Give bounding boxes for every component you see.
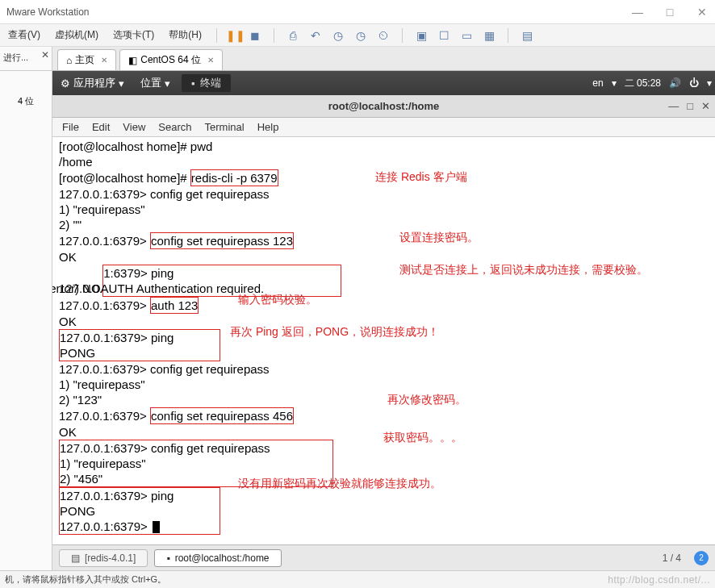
term-line: [root@localhost home]# pwd bbox=[59, 139, 709, 154]
annotation: 设置连接密码。 bbox=[399, 230, 479, 245]
term-close-icon[interactable]: ✕ bbox=[701, 100, 710, 112]
terminal-title: root@localhost:/home bbox=[328, 100, 440, 112]
chevron-down-icon: ▾ bbox=[707, 77, 712, 89]
language-indicator[interactable]: en bbox=[592, 77, 603, 89]
highlight-box: 127.0.0.1:6379> pingPONG127.0.0.1:6379> bbox=[59, 487, 220, 535]
term-line: 2) "123" bbox=[59, 392, 709, 407]
tab-close-icon[interactable]: ✕ bbox=[207, 56, 214, 65]
term-line: 1) "requirepass" bbox=[59, 377, 709, 392]
status-text: 机，请将鼠标指针移入其中或按 Ctrl+G。 bbox=[5, 573, 166, 586]
annotation: 再次修改密码。 bbox=[387, 392, 466, 407]
chevron-down-icon: ▾ bbox=[612, 77, 617, 89]
sidebar-selected-vm[interactable]: 4 位 bbox=[0, 94, 52, 109]
term-min-icon[interactable]: — bbox=[668, 100, 679, 112]
watermark-url: http://blog.csdn.net/... bbox=[608, 574, 710, 586]
gnome-systray: en ▾ 二 05:28 🔊 ⏻ ▾ bbox=[592, 77, 712, 90]
vm-icon: ◧ bbox=[128, 55, 137, 66]
term-line: 1) "requirepass" bbox=[59, 202, 709, 217]
console-icon[interactable]: ▭ bbox=[459, 28, 474, 43]
term-menu-help[interactable]: Help bbox=[257, 121, 279, 133]
highlight-box: config set requirepass 456 bbox=[150, 407, 294, 424]
terminal-body[interactable]: [root@localhost home]# pwd /home [root@l… bbox=[52, 137, 715, 544]
menu-tabs[interactable]: 选项卡(T) bbox=[110, 27, 157, 44]
chevron-down-icon: ▾ bbox=[165, 77, 170, 90]
snapshot-manager-icon[interactable]: ◷ bbox=[331, 28, 345, 43]
tab-home-label: 主页 bbox=[75, 53, 94, 67]
tab-centos[interactable]: ◧ CentOS 64 位 ✕ bbox=[119, 49, 223, 70]
stop-icon[interactable]: ◼ bbox=[248, 28, 262, 43]
terminal-window-titlebar: root@localhost:/home — □ ✕ bbox=[52, 95, 715, 118]
main-pane: ⌂ 主页 ✕ ◧ CentOS 64 位 ✕ ⚙ 应用程序 ▾ 位置 ▾ ▪ bbox=[52, 47, 715, 570]
term-line: 127.0.0.1:6379> config get requirepass bbox=[59, 186, 709, 202]
annotation: 测试是否连接上，返回说未成功连接，需要校验。 bbox=[399, 262, 648, 277]
clock[interactable]: 二 05:28 bbox=[625, 77, 661, 90]
foot-icon: ⚙ bbox=[61, 77, 70, 90]
vm-tabstrip: ⌂ 主页 ✕ ◧ CentOS 64 位 ✕ bbox=[52, 47, 715, 71]
workspace-pager[interactable]: 1 / 4 bbox=[663, 553, 681, 564]
term-line: 127.0.0.1:6379> config set requirepass 4… bbox=[59, 407, 709, 424]
maximize-button[interactable]: □ bbox=[663, 6, 676, 19]
annotation: 输入密码校验。 bbox=[238, 292, 317, 307]
snapshot-take-icon[interactable]: ◷ bbox=[353, 28, 368, 43]
clock-icon[interactable]: ⏲ bbox=[376, 28, 391, 43]
term-line: 127.0.0.1:6379> pingPONG127.0.0.1:6379> bbox=[59, 487, 709, 535]
toolbar-playback: ❚❚ ◼ bbox=[228, 28, 262, 43]
term-line: 2) "" bbox=[59, 217, 709, 232]
term-line: /home bbox=[59, 154, 709, 169]
term-menu-edit[interactable]: Edit bbox=[92, 121, 110, 133]
vmware-menubar: 查看(V) 虚拟机(M) 选项卡(T) 帮助(H) ❚❚ ◼ ⎙ ↶ ◷ ◷ ⏲… bbox=[0, 24, 715, 47]
term-line: 127.0.0.1:6379> config set requirepass 1… bbox=[59, 232, 709, 249]
taskbar-item-terminal[interactable]: ▪ root@localhost:/home bbox=[154, 549, 281, 567]
vmware-titlebar: Mware Workstation — □ ✕ bbox=[0, 0, 715, 24]
tab-close-icon[interactable]: ✕ bbox=[101, 56, 107, 65]
tab-home[interactable]: ⌂ 主页 ✕ bbox=[57, 49, 116, 70]
term-menu-terminal[interactable]: Terminal bbox=[205, 121, 245, 133]
notification-badge[interactable]: 2 bbox=[694, 551, 709, 565]
taskbar-item-filemanager[interactable]: ▤ [redis-4.0.1] bbox=[59, 549, 148, 567]
highlight-box: redis-cli -p 6379 bbox=[190, 169, 278, 186]
sidebar-close-icon[interactable]: ✕ bbox=[41, 49, 49, 60]
gnome-applications[interactable]: ⚙ 应用程序 ▾ bbox=[56, 74, 129, 92]
snapshot-revert-icon[interactable]: ↶ bbox=[308, 28, 323, 43]
terminal-menubar: File Edit View Search Terminal Help bbox=[52, 118, 715, 137]
term-line: 127.0.0.1:6379> auth 123 bbox=[59, 297, 709, 314]
menu-help[interactable]: 帮助(H) bbox=[165, 27, 205, 44]
annotation: 没有用新密码再次校验就能够连接成功。 bbox=[238, 476, 441, 491]
folder-icon: ▤ bbox=[71, 553, 80, 564]
vmware-statusbar: 机，请将鼠标指针移入其中或按 Ctrl+G。 http://blog.csdn.… bbox=[0, 570, 715, 588]
power-icon[interactable]: ⏻ bbox=[689, 77, 699, 89]
cursor bbox=[153, 521, 160, 533]
thumbnail-icon[interactable]: ▦ bbox=[482, 28, 496, 43]
fullscreen-icon[interactable]: ▣ bbox=[414, 28, 429, 43]
menu-vm[interactable]: 虚拟机(M) bbox=[52, 27, 102, 44]
close-button[interactable]: ✕ bbox=[696, 6, 709, 19]
library-icon[interactable]: ▤ bbox=[520, 28, 534, 43]
menu-view[interactable]: 查看(V) bbox=[5, 27, 44, 44]
annotation: 连接 Redis 客户端 bbox=[375, 169, 467, 185]
gnome-panel: ⚙ 应用程序 ▾ 位置 ▾ ▪ 终端 en ▾ 二 05:28 🔊 ⏻ ▾ bbox=[52, 71, 715, 95]
pause-icon[interactable]: ❚❚ bbox=[228, 28, 243, 43]
window-controls: — □ ✕ bbox=[631, 6, 709, 19]
terminal-icon: ▪ bbox=[191, 77, 195, 90]
snapshot-icon[interactable]: ⎙ bbox=[286, 28, 300, 43]
annotation: 再次 Ping 返回，PONG，说明连接成功！ bbox=[230, 324, 439, 340]
term-menu-file[interactable]: File bbox=[62, 121, 79, 133]
volume-icon[interactable]: 🔊 bbox=[669, 77, 681, 89]
window-title: Mware Workstation bbox=[6, 6, 89, 18]
term-max-icon[interactable]: □ bbox=[687, 100, 693, 112]
highlight-box: auth 123 bbox=[150, 297, 199, 314]
left-sidebar: ✕ 进行... 4 位 bbox=[0, 47, 52, 570]
term-menu-search[interactable]: Search bbox=[158, 121, 191, 133]
home-icon: ⌂ bbox=[66, 55, 72, 66]
highlight-box: 127.0.0.1:6379> pingPONG bbox=[59, 329, 220, 361]
gnome-places[interactable]: 位置 ▾ bbox=[136, 74, 175, 92]
tab-centos-label: CentOS 64 位 bbox=[140, 53, 201, 67]
terminal-icon: ▪ bbox=[166, 553, 169, 564]
gnome-terminal-task[interactable]: ▪ 终端 bbox=[182, 74, 231, 92]
highlight-box: config set requirepass 123 bbox=[150, 232, 294, 249]
minimize-button[interactable]: — bbox=[631, 6, 644, 19]
gnome-taskbar: ▤ [redis-4.0.1] ▪ root@localhost:/home 1… bbox=[52, 544, 715, 570]
chevron-down-icon: ▾ bbox=[119, 77, 124, 90]
term-menu-view[interactable]: View bbox=[123, 121, 145, 133]
unity-icon[interactable]: ☐ bbox=[437, 28, 451, 43]
